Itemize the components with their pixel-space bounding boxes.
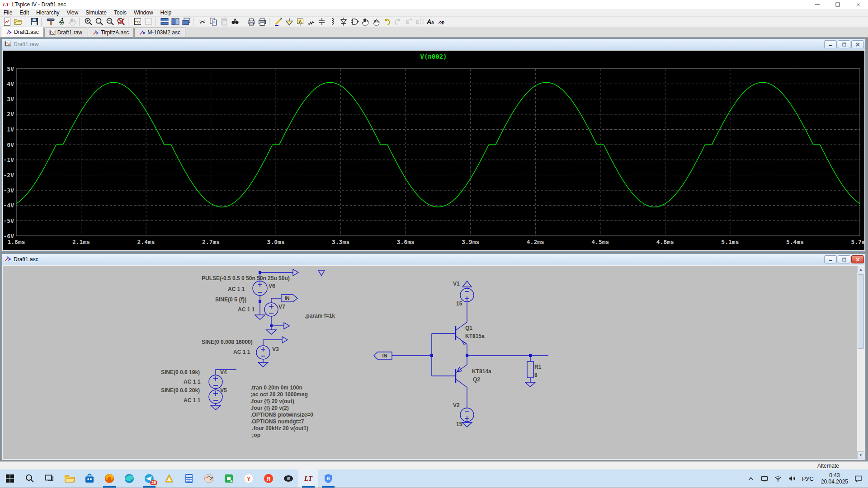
in-flag-label[interactable]: IN [285,296,290,301]
minimize-button[interactable] [807,0,827,9]
tab-m-103m2.asc[interactable]: M-103M2.asc [134,28,185,37]
taskbar-yandex-music-icon[interactable]: Y [239,469,259,488]
v4-name-label[interactable]: V4 [220,369,227,375]
q1-name-label[interactable]: Q1 [465,325,472,331]
q1-model-label[interactable]: KT815a [465,333,485,339]
redo-icon[interactable] [392,17,403,27]
v6-name-label[interactable]: V6 [269,283,275,289]
v5-ac-label[interactable]: AC 1 1 [184,397,200,404]
v4-ac-label[interactable]: AC 1 1 [184,379,200,385]
v5-value-label[interactable]: SINE(0 0.6 20k) [161,387,200,394]
clock[interactable]: 0:4320.04.2025 [818,472,851,485]
param-directive[interactable]: .param f=1k [305,313,335,319]
v7-name-label[interactable]: V7 [278,304,285,310]
menu-window[interactable]: Window [130,9,157,16]
spice-directive-line[interactable]: .OPTIONS numdgt=7 [250,418,304,425]
v7-ac-label[interactable]: AC 1 1 [238,306,255,313]
waveform-minimize-button[interactable] [824,40,837,48]
waveform-close-button[interactable] [851,40,864,48]
print-icon[interactable] [257,17,268,27]
r1-value-label[interactable]: 8 [534,372,538,378]
close-button[interactable] [848,0,868,9]
spice-directive-icon[interactable]: .op [436,17,447,27]
resistor-icon[interactable] [306,17,316,27]
tile-vertical-icon[interactable] [159,17,170,27]
waveform-restore-button[interactable] [838,40,850,48]
zoom-out-icon[interactable] [105,17,116,27]
copy-icon[interactable] [208,17,219,27]
print-setup-icon[interactable] [246,17,257,27]
text-icon[interactable]: Aa [425,17,436,27]
capacitor-icon[interactable] [316,17,327,27]
plot-settings-icon[interactable] [132,17,143,27]
zoom-in-icon[interactable] [83,17,94,27]
taskbar-task-view-button[interactable] [40,469,60,488]
drag-icon[interactable] [371,17,382,27]
save-icon[interactable] [29,17,40,27]
menu-hierarchy[interactable]: Hierarchy [33,9,63,16]
menu-help[interactable]: Help [157,9,175,16]
taskbar-ltspice-icon[interactable]: LT [298,469,318,488]
v3-ac-label[interactable]: AC 1 1 [233,349,250,355]
cast-icon[interactable] [759,472,770,485]
v1-value-label[interactable]: 15 [456,300,462,307]
halt-icon[interactable] [67,17,78,27]
cut-icon[interactable]: ✂ [197,17,208,27]
schematic-restore-button[interactable] [838,255,850,263]
rotate-icon[interactable]: E [403,17,414,27]
zoom-full-icon[interactable] [116,17,127,27]
schematic-canvas[interactable]: IN IN PULSE(-0.5 0.5 0 50n 50n 25u 50u) … [3,266,857,459]
cascade-icon[interactable] [181,17,192,27]
taskbar-aimp-icon[interactable] [159,469,179,488]
spice-directive-line[interactable]: .four 20kHz 20 v(out1) [250,425,308,432]
inductor-icon[interactable] [327,17,338,27]
taskbar-paint-icon[interactable] [199,469,219,488]
plot-settings-2-icon[interactable] [143,17,154,27]
tab-draft1.raw[interactable]: Draft1.raw [44,28,87,37]
spice-directive-line[interactable]: .four {f} 20 v(out) [250,398,294,404]
spice-directive-line[interactable]: .tran 0 20m 0m 100n [250,385,302,391]
plot-legend[interactable]: V(n002) [3,53,864,60]
tile-horizontal-icon[interactable] [170,17,181,27]
in-flag-2-label[interactable]: IN [382,353,387,358]
menu-edit[interactable]: Edit [16,9,33,16]
v2-value-label[interactable]: 15 [456,421,462,427]
spice-directive-line[interactable]: .OPTIONS plotwinsize=0 [250,412,313,418]
v6-value-label[interactable]: PULSE(-0.5 0.5 0 50n 50n 25u 50u) [202,275,290,282]
new-schematic-icon[interactable] [2,17,13,27]
zoom-back-icon[interactable] [94,17,105,27]
tab-draft1.asc[interactable]: Draft1.asc [1,27,44,37]
label-net-icon[interactable]: A [295,17,306,27]
schematic-minimize-button[interactable] [824,255,837,263]
schematic-close-button[interactable] [851,255,864,263]
menu-view[interactable]: View [63,9,82,16]
menu-file[interactable]: File [0,9,16,16]
scroll-down-arrow[interactable]: ▼ [857,451,864,459]
volume-icon[interactable] [786,472,797,485]
v3-value-label[interactable]: SINE(0 0.008 16000) [202,339,253,345]
spice-directive-line[interactable]: ;op [250,432,260,438]
spice-directive-line[interactable]: .four {f} 20 v(2) [250,405,289,411]
taskbar-file-explorer-icon[interactable] [60,469,80,488]
taskbar-telegram-icon[interactable]: 29 [139,469,159,488]
menu-tools[interactable]: Tools [110,9,130,16]
paste-icon[interactable] [219,17,230,27]
chevron-up-icon[interactable] [745,472,757,485]
wifi-icon[interactable] [772,472,784,485]
schematic-vertical-scrollbar[interactable]: ▲ ▼ [857,266,864,459]
spice-directive-line[interactable]: ;ac oct 20 20 1000meg [250,391,308,398]
q2-name-label[interactable]: Q2 [473,376,480,383]
q2-model-label[interactable]: KT814a [472,368,491,375]
run-icon[interactable] [56,17,67,27]
maximize-button[interactable] [827,0,848,9]
taskbar-calculator-icon[interactable] [179,469,199,488]
taskbar-yandex-browser-icon[interactable]: Я [259,469,278,488]
r1-name-label[interactable]: R1 [534,364,541,370]
language-indicator[interactable]: РУС [799,475,816,482]
taskbar-firefox-icon[interactable] [99,469,119,488]
v3-name-label[interactable]: V3 [272,346,279,352]
v7-value-label[interactable]: SINE(0 5 {f}) [215,296,246,303]
taskbar-start-button[interactable] [0,469,20,488]
waveform-plot-area[interactable]: V(n002) 5V4V3V2V1V0V-1V-2V-3V-4V-5V-6V1.… [3,51,864,250]
taskbar-search-button[interactable] [20,469,40,488]
